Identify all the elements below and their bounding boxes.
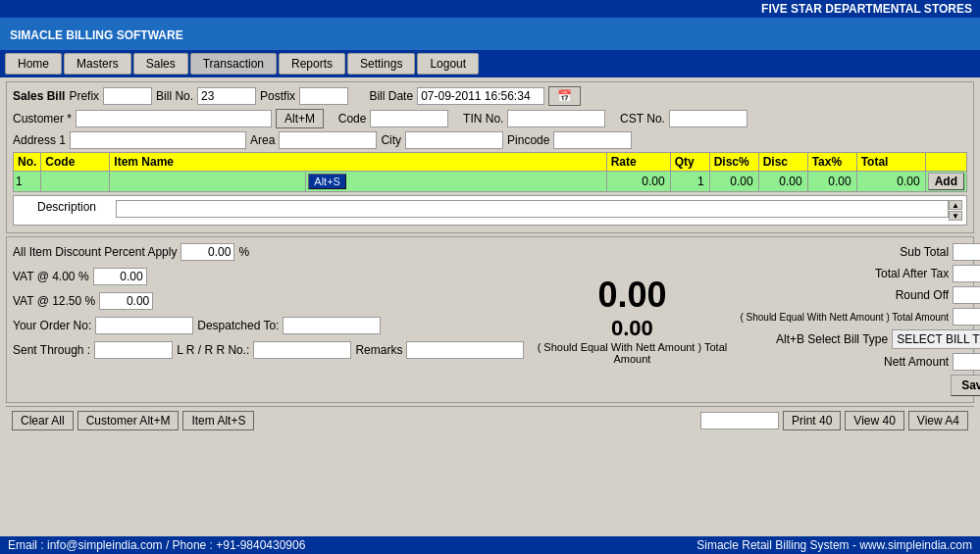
bill-row-3: Address 1 Area City Pincode bbox=[13, 131, 967, 149]
bottom-bar: Clear All Customer Alt+M Item Alt+S Prin… bbox=[6, 406, 974, 434]
nav-reports[interactable]: Reports bbox=[279, 53, 345, 75]
addr-input[interactable] bbox=[70, 131, 246, 149]
nav-settings[interactable]: Settings bbox=[347, 53, 415, 75]
disc-label: All Item Discount Percent Apply bbox=[13, 245, 177, 259]
row-code-input[interactable] bbox=[43, 174, 107, 189]
sub-total-input[interactable] bbox=[953, 243, 980, 261]
vat1-input[interactable] bbox=[93, 268, 147, 285]
col-taxpct: Tax% bbox=[807, 153, 856, 172]
disc-input[interactable] bbox=[181, 243, 234, 261]
pincode-input[interactable] bbox=[553, 131, 632, 149]
cst-input[interactable] bbox=[669, 110, 748, 127]
view40-button[interactable]: View 40 bbox=[845, 411, 903, 430]
clear-all-button[interactable]: Clear All bbox=[12, 411, 74, 430]
description-label: Description bbox=[18, 200, 116, 214]
description-input[interactable] bbox=[116, 200, 949, 218]
select-bill-label: Alt+B Select Bill Type bbox=[776, 332, 888, 346]
postfix-label: Postfix bbox=[260, 89, 295, 103]
select-bill-dropdown[interactable]: SELECT BILL TYPE Cash Bill Credit Bill bbox=[892, 329, 980, 349]
area-input[interactable] bbox=[279, 131, 377, 149]
disc-row: All Item Discount Percent Apply % bbox=[13, 243, 524, 261]
footer-right: Simacle Retail Billing System - www.simp… bbox=[696, 538, 972, 552]
after-tax-label: Total After Tax bbox=[875, 267, 949, 280]
nav-bar: Home Masters Sales Transaction Reports S… bbox=[0, 50, 980, 77]
customer-input[interactable] bbox=[76, 110, 272, 127]
bill-row-1: Sales Bill Prefix Bill No. Postfix Bill … bbox=[13, 86, 967, 106]
nav-home[interactable]: Home bbox=[5, 53, 62, 75]
item-button[interactable]: Item Alt+S bbox=[182, 411, 254, 430]
total-amount-input[interactable] bbox=[953, 308, 980, 326]
viewa4-button[interactable]: View A4 bbox=[908, 411, 968, 430]
row-qty-input[interactable] bbox=[673, 174, 707, 189]
row-item-input[interactable] bbox=[112, 174, 298, 189]
after-tax-input[interactable] bbox=[953, 265, 980, 282]
alts-button[interactable]: Alt+S bbox=[308, 174, 346, 189]
prefix-input[interactable] bbox=[103, 87, 152, 105]
col-disc: Disc bbox=[758, 153, 807, 172]
customer-button[interactable]: Customer Alt+M bbox=[77, 411, 180, 430]
row-qty bbox=[670, 172, 709, 192]
round-off-label: Round Off bbox=[896, 288, 949, 302]
row-discpct-input[interactable] bbox=[712, 174, 756, 189]
mid-section: 0.00 0.00 ( Should Equal With Nett Amoun… bbox=[534, 243, 730, 396]
main-content: Sales Bill Prefix Bill No. Postfix Bill … bbox=[0, 77, 980, 438]
code-label: Code bbox=[338, 112, 367, 126]
table-row: 1 Alt+S Add bbox=[14, 172, 967, 192]
bill-row-2: Customer * Alt+M Code TIN No. CST No. bbox=[13, 109, 967, 128]
sent-input[interactable] bbox=[94, 341, 173, 359]
add-button[interactable]: Add bbox=[928, 173, 964, 190]
billdate-input[interactable] bbox=[417, 87, 544, 105]
remarks-label: Remarks bbox=[355, 343, 402, 357]
top-bar: FIVE STAR DEPARTMENTAL STORES bbox=[0, 0, 980, 18]
round-off-input[interactable] bbox=[953, 286, 980, 304]
description-row: Description ▲ ▼ bbox=[13, 195, 967, 226]
nett-amount-input[interactable] bbox=[953, 353, 980, 371]
save-bill-button[interactable]: Save Bill bbox=[951, 375, 980, 396]
row-disc bbox=[758, 172, 807, 192]
col-qty: Qty bbox=[670, 153, 709, 172]
customer-label: Customer * bbox=[13, 112, 72, 126]
despatched-input[interactable] bbox=[283, 317, 381, 334]
big-amount-1: 0.00 bbox=[597, 275, 666, 316]
postfix-input[interactable] bbox=[299, 87, 348, 105]
equal-note: ( Should Equal With Nett Amount ) Total … bbox=[534, 341, 730, 365]
scroll-up-btn[interactable]: ▲ bbox=[949, 200, 962, 210]
nett-amount-row: Nett Amount bbox=[740, 353, 980, 371]
nav-logout[interactable]: Logout bbox=[417, 53, 479, 75]
bottom-right: Print 40 View 40 View A4 bbox=[700, 411, 968, 430]
row-taxpct-input[interactable] bbox=[810, 174, 854, 189]
col-total: Total bbox=[856, 153, 925, 172]
lr-input[interactable] bbox=[253, 341, 351, 359]
calendar-btn[interactable]: 📅 bbox=[548, 86, 581, 106]
item-table: No. Code Item Name Rate Qty Disc% Disc T… bbox=[13, 152, 967, 192]
city-input[interactable] bbox=[405, 131, 503, 149]
row-rate bbox=[606, 172, 670, 192]
bottom-search-input[interactable] bbox=[700, 412, 779, 429]
total-amount-label: ( Should Equal With Nett Amount ) Total … bbox=[740, 312, 949, 323]
row-total-input[interactable] bbox=[859, 174, 923, 189]
nav-masters[interactable]: Masters bbox=[64, 53, 131, 75]
tin-input[interactable] bbox=[507, 110, 605, 127]
vat1-row: VAT @ 4.00 % bbox=[13, 268, 524, 285]
col-rate: Rate bbox=[606, 153, 670, 172]
bill-header-section: Sales Bill Prefix Bill No. Postfix Bill … bbox=[6, 81, 974, 233]
footer: Email : info@simpleindia.com / Phone : +… bbox=[0, 536, 980, 554]
sub-total-row: Sub Total bbox=[740, 243, 980, 261]
bill-type-label: Sales Bill bbox=[13, 89, 65, 103]
row-disc-input[interactable] bbox=[761, 174, 805, 189]
row-rate-input[interactable] bbox=[609, 174, 668, 189]
pincode-label: Pincode bbox=[507, 133, 549, 147]
col-add bbox=[925, 153, 966, 172]
vat2-input[interactable] bbox=[99, 292, 153, 310]
code-input[interactable] bbox=[370, 110, 448, 127]
remarks-input[interactable] bbox=[406, 341, 524, 359]
print-button[interactable]: Print 40 bbox=[783, 411, 841, 430]
billno-input[interactable] bbox=[197, 87, 256, 105]
scroll-down-btn[interactable]: ▼ bbox=[949, 211, 962, 221]
left-totals: All Item Discount Percent Apply % VAT @ … bbox=[13, 243, 524, 396]
nav-sales[interactable]: Sales bbox=[133, 53, 188, 75]
nav-transaction[interactable]: Transaction bbox=[190, 53, 277, 75]
footer-left: Email : info@simpleindia.com / Phone : +… bbox=[8, 538, 305, 552]
altm-button[interactable]: Alt+M bbox=[276, 109, 324, 128]
order-input[interactable] bbox=[95, 317, 193, 334]
